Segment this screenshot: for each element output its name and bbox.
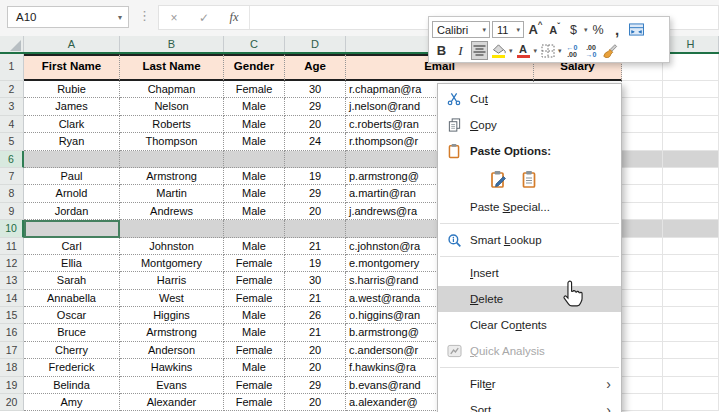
cancel-icon[interactable]: × xyxy=(159,11,189,25)
cell-C11[interactable]: Male xyxy=(224,238,285,255)
cell-H8[interactable] xyxy=(663,185,719,202)
menu-item-paste-options[interactable]: Paste Options: xyxy=(438,138,621,164)
cell-C14[interactable]: Female xyxy=(224,290,285,307)
accounting-dropdown-icon[interactable]: ▾ xyxy=(584,26,588,34)
cell-D10[interactable] xyxy=(285,220,346,237)
row-header-9[interactable]: 9 xyxy=(0,203,24,220)
cell-B12[interactable]: Montgomery xyxy=(120,255,224,272)
name-box[interactable]: A10 ▾ xyxy=(7,6,129,28)
cell-A18[interactable]: Frederick xyxy=(24,359,120,376)
row-header-19[interactable]: 19 xyxy=(0,377,24,394)
row-header-2[interactable]: 2 xyxy=(0,81,24,98)
decrease-font-size-icon[interactable]: Aˇ xyxy=(546,20,563,39)
cell-D13[interactable]: 30 xyxy=(285,272,346,289)
cell-H11[interactable] xyxy=(663,238,719,255)
comma-style-icon[interactable]: , xyxy=(609,20,626,39)
cell-H1[interactable] xyxy=(663,54,719,81)
row-header-15[interactable]: 15 xyxy=(0,307,24,324)
cell-A3[interactable]: James xyxy=(24,98,120,115)
format-painter-icon[interactable] xyxy=(602,41,619,60)
header-cell-D1[interactable]: Age xyxy=(285,54,346,81)
header-cell-A1[interactable]: First Name xyxy=(24,54,120,81)
row-header-16[interactable]: 16 xyxy=(0,324,24,341)
insert-function-icon[interactable]: fx xyxy=(219,10,249,25)
row-header-4[interactable]: 4 xyxy=(0,116,24,133)
cell-G19[interactable] xyxy=(622,377,663,394)
cell-C19[interactable]: Female xyxy=(224,377,285,394)
borders-dropdown-icon[interactable]: ▾ xyxy=(558,47,562,55)
row-header-17[interactable]: 17 xyxy=(0,342,24,359)
cell-H17[interactable] xyxy=(663,342,719,359)
cell-C6[interactable] xyxy=(224,151,285,168)
paste-values-icon[interactable] xyxy=(521,170,537,189)
cell-D9[interactable]: 20 xyxy=(285,203,346,220)
column-header-H[interactable]: H xyxy=(663,36,719,52)
cell-H14[interactable] xyxy=(663,290,719,307)
cell-H15[interactable] xyxy=(663,307,719,324)
cell-G12[interactable] xyxy=(622,255,663,272)
cell-G16[interactable] xyxy=(622,324,663,341)
cell-H10[interactable] xyxy=(663,220,719,237)
format-as-table-icon[interactable] xyxy=(628,20,645,39)
cell-A5[interactable]: Ryan xyxy=(24,133,120,150)
cell-B9[interactable]: Andrews xyxy=(120,203,224,220)
cell-B8[interactable]: Martin xyxy=(120,185,224,202)
font-color-button[interactable]: A xyxy=(515,41,532,60)
cell-C18[interactable]: Male xyxy=(224,359,285,376)
menu-item-copy[interactable]: Copy xyxy=(438,112,621,138)
font-size-select[interactable]: 11 ▾ xyxy=(492,21,524,38)
cell-B3[interactable]: Nelson xyxy=(120,98,224,115)
menu-item-filter[interactable]: Filter› xyxy=(438,371,621,397)
menu-item-delete[interactable]: Delete xyxy=(438,286,621,312)
cell-C13[interactable]: Female xyxy=(224,272,285,289)
cell-G17[interactable] xyxy=(622,342,663,359)
cell-C2[interactable]: Female xyxy=(224,81,285,98)
cell-H9[interactable] xyxy=(663,203,719,220)
cell-H18[interactable] xyxy=(663,359,719,376)
borders-button[interactable] xyxy=(539,41,556,60)
cell-B2[interactable]: Chapman xyxy=(120,81,224,98)
cell-D18[interactable]: 20 xyxy=(285,359,346,376)
increase-decimal-icon[interactable]: ←0.00 xyxy=(564,41,581,60)
font-name-dropdown-icon[interactable]: ▾ xyxy=(479,26,486,34)
bold-button[interactable]: B xyxy=(433,41,450,60)
fill-color-dropdown-icon[interactable]: ▾ xyxy=(509,47,513,55)
cell-D8[interactable]: 29 xyxy=(285,185,346,202)
cell-H7[interactable] xyxy=(663,168,719,185)
cell-G9[interactable] xyxy=(622,203,663,220)
cell-D6[interactable] xyxy=(285,151,346,168)
cell-B20[interactable]: Alexander xyxy=(120,394,224,411)
cell-A17[interactable]: Cherry xyxy=(24,342,120,359)
select-all-corner[interactable] xyxy=(0,36,24,52)
cell-A6[interactable] xyxy=(24,151,120,168)
header-cell-C1[interactable]: Gender xyxy=(224,54,285,81)
menu-item-cut[interactable]: Cut xyxy=(438,86,621,112)
cell-D20[interactable]: 20 xyxy=(285,394,346,411)
cell-G10[interactable] xyxy=(622,220,663,237)
column-header-D[interactable]: D xyxy=(285,36,346,52)
header-cell-B1[interactable]: Last Name xyxy=(120,54,224,81)
cell-G8[interactable] xyxy=(622,185,663,202)
cell-A20[interactable]: Amy xyxy=(24,394,120,411)
cell-B4[interactable]: Roberts xyxy=(120,116,224,133)
row-header-5[interactable]: 5 xyxy=(0,133,24,150)
cell-A9[interactable]: Jordan xyxy=(24,203,120,220)
row-header-8[interactable]: 8 xyxy=(0,185,24,202)
cell-A11[interactable]: Carl xyxy=(24,238,120,255)
row-header-13[interactable]: 13 xyxy=(0,272,24,289)
cell-B11[interactable]: Johnston xyxy=(120,238,224,255)
font-name-select[interactable]: Calibri ▾ xyxy=(432,21,490,38)
enter-icon[interactable]: ✓ xyxy=(189,11,219,25)
cell-C20[interactable]: Female xyxy=(224,394,285,411)
cell-D5[interactable]: 24 xyxy=(285,133,346,150)
cell-A14[interactable]: Annabella xyxy=(24,290,120,307)
cell-B5[interactable]: Thompson xyxy=(120,133,224,150)
decrease-decimal-icon[interactable]: .00→0 xyxy=(583,41,600,60)
cell-G18[interactable] xyxy=(622,359,663,376)
percent-style-icon[interactable]: % xyxy=(590,20,607,39)
italic-button[interactable]: I xyxy=(452,41,469,60)
accounting-format-icon[interactable]: $ xyxy=(565,20,582,39)
cell-G6[interactable] xyxy=(622,151,663,168)
cell-C17[interactable]: Female xyxy=(224,342,285,359)
cell-A13[interactable]: Sarah xyxy=(24,272,120,289)
